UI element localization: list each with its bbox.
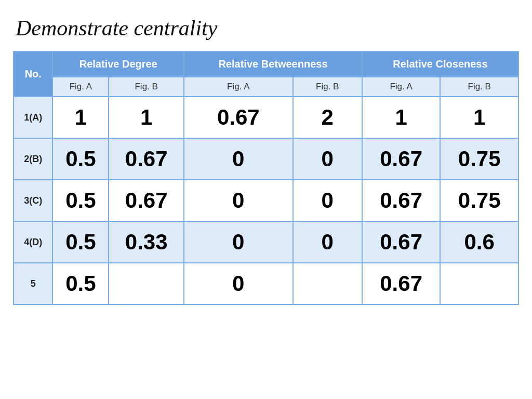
cell-rc-a: 0.67	[362, 138, 441, 180]
rb-fig-b: Fig. B	[293, 77, 362, 97]
cell-rc-a: 0.67	[362, 180, 441, 221]
cell-rb-b: 0	[293, 180, 362, 221]
table-row: 2(B) 0.5 0.67 0 0 0.67 0.75	[14, 138, 518, 180]
col-no: No.	[14, 51, 52, 97]
cell-rb-b: 0	[293, 221, 362, 263]
cell-rc-b: 0.6	[440, 221, 518, 263]
cell-rb-b: 2	[293, 97, 362, 138]
table-row: 3(C) 0.5 0.67 0 0 0.67 0.75	[14, 180, 518, 221]
cell-rd-b: 1	[109, 97, 184, 138]
rd-fig-b: Fig. B	[109, 77, 184, 97]
cell-rb-a: 0	[184, 263, 292, 304]
row-label: 4(D)	[14, 221, 52, 263]
cell-rd-a: 1	[52, 97, 109, 138]
centrality-table: No. Relative Degree Relative Betweenness…	[13, 51, 519, 305]
cell-rd-b	[109, 263, 184, 304]
cell-rc-b	[440, 263, 518, 304]
cell-rc-b: 0.75	[440, 138, 518, 180]
row-label: 3(C)	[14, 180, 52, 221]
page-title: Demonstrate centrality	[10, 16, 522, 41]
rc-fig-a: Fig. A	[362, 77, 441, 97]
cell-rd-b: 0.33	[109, 221, 184, 263]
table-row: 1(A) 1 1 0.67 2 1 1	[14, 97, 518, 138]
cell-rd-a: 0.5	[52, 138, 109, 180]
cell-rb-a: 0	[184, 221, 292, 263]
table-row: 4(D) 0.5 0.33 0 0 0.67 0.6	[14, 221, 518, 263]
cell-rb-a: 0	[184, 138, 292, 180]
cell-rb-b	[293, 263, 362, 304]
page-container: Demonstrate centrality No. Relative Degr…	[0, 0, 532, 399]
header-row-main: No. Relative Degree Relative Betweenness…	[14, 51, 518, 77]
col-relative-betweenness: Relative Betweenness	[184, 51, 362, 77]
rb-fig-a: Fig. A	[184, 77, 292, 97]
cell-rb-a: 0.67	[184, 97, 292, 138]
rc-fig-b: Fig. B	[440, 77, 518, 97]
cell-rc-a: 0.67	[362, 221, 441, 263]
row-label: 2(B)	[14, 138, 52, 180]
header-row-subfig: Fig. A Fig. B Fig. A Fig. B Fig. A Fig. …	[14, 77, 518, 97]
cell-rd-a: 0.5	[52, 180, 109, 221]
row-label: 1(A)	[14, 97, 52, 138]
rd-fig-a: Fig. A	[52, 77, 109, 97]
cell-rb-b: 0	[293, 138, 362, 180]
cell-rd-b: 0.67	[109, 180, 184, 221]
cell-rd-b: 0.67	[109, 138, 184, 180]
cell-rb-a: 0	[184, 180, 292, 221]
cell-rc-a: 0.67	[362, 263, 441, 304]
col-relative-degree: Relative Degree	[52, 51, 184, 77]
cell-rc-a: 1	[362, 97, 441, 138]
cell-rc-b: 0.75	[440, 180, 518, 221]
table-wrapper: No. Relative Degree Relative Betweenness…	[10, 51, 522, 389]
row-label: 5	[14, 263, 52, 304]
cell-rc-b: 1	[440, 97, 518, 138]
table-row: 5 0.5 0 0.67	[14, 263, 518, 304]
cell-rd-a: 0.5	[52, 263, 109, 304]
col-relative-closeness: Relative Closeness	[362, 51, 518, 77]
cell-rd-a: 0.5	[52, 221, 109, 263]
